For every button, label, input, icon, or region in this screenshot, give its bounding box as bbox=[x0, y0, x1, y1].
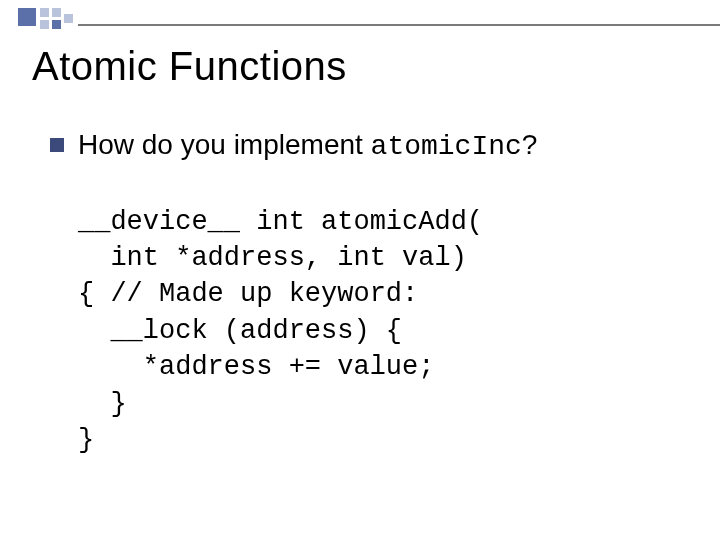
deco-square bbox=[52, 20, 61, 29]
bullet-item: How do you implement atomicInc? bbox=[50, 128, 690, 164]
bullet-code: atomicInc bbox=[371, 131, 522, 162]
code-line: { // Made up keyword: bbox=[78, 279, 418, 309]
deco-square bbox=[64, 14, 73, 23]
code-line: } bbox=[78, 389, 127, 419]
bullet-suffix: ? bbox=[522, 129, 538, 160]
bullet-icon bbox=[50, 138, 64, 152]
code-line: } bbox=[78, 425, 94, 455]
slide-body: How do you implement atomicInc? __device… bbox=[50, 128, 690, 459]
bullet-prefix: How do you implement bbox=[78, 129, 371, 160]
bullet-text: How do you implement atomicInc? bbox=[78, 128, 537, 164]
code-line: __lock (address) { bbox=[78, 316, 402, 346]
header-decoration bbox=[18, 8, 720, 28]
deco-square bbox=[40, 8, 49, 17]
deco-square bbox=[18, 8, 36, 26]
code-line: __device__ int atomicAdd( bbox=[78, 207, 483, 237]
header-rule bbox=[78, 24, 720, 26]
slide-title: Atomic Functions bbox=[32, 44, 347, 89]
code-line: *address += value; bbox=[78, 352, 434, 382]
slide: Atomic Functions How do you implement at… bbox=[0, 0, 720, 540]
deco-square bbox=[40, 20, 49, 29]
code-line: int *address, int val) bbox=[78, 243, 467, 273]
code-block: __device__ int atomicAdd( int *address, … bbox=[78, 204, 690, 459]
deco-square bbox=[52, 8, 61, 17]
